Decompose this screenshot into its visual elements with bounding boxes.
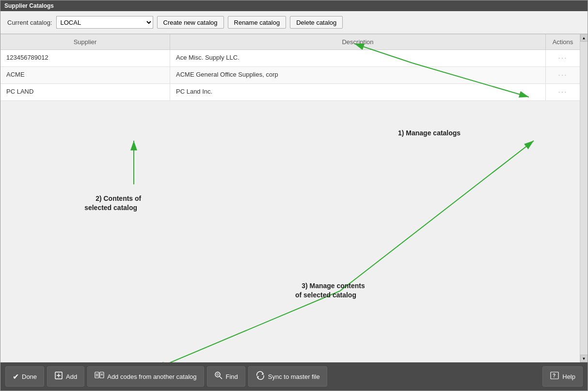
table-row: PC LAND PC Land Inc. ··· xyxy=(0,84,580,101)
help-button[interactable]: ? Help xyxy=(542,366,583,387)
add-codes-icon xyxy=(95,371,104,382)
actions-cell: ··· xyxy=(546,84,580,100)
table-body: 123456789012 Ace Misc. Supply LLC. ··· A… xyxy=(0,50,580,362)
header-description: Description xyxy=(170,34,546,49)
sync-button[interactable]: Sync to master file xyxy=(248,366,327,387)
description-cell: ACME General Office Supplies, corp xyxy=(170,67,546,83)
help-icon: ? xyxy=(550,371,559,382)
header-actions: Actions xyxy=(546,34,580,49)
scrollbar: ▲ ▼ xyxy=(580,34,588,362)
current-catalog-label: Current catalog: xyxy=(7,19,52,26)
svg-point-16 xyxy=(215,372,220,377)
svg-text:?: ? xyxy=(553,373,556,378)
actions-menu-button[interactable]: ··· xyxy=(558,54,567,63)
add-button[interactable]: Add xyxy=(47,366,84,387)
description-cell: PC Land Inc. xyxy=(170,84,546,100)
sync-icon xyxy=(255,371,265,382)
actions-menu-button[interactable]: ··· xyxy=(558,71,567,80)
done-icon: ✔ xyxy=(13,372,19,381)
find-icon xyxy=(214,371,223,382)
table-container: Supplier Description Actions 12345678901… xyxy=(0,34,580,362)
table-row: ACME ACME General Office Supplies, corp … xyxy=(0,67,580,84)
supplier-cell: 123456789012 xyxy=(0,50,170,66)
svg-point-18 xyxy=(217,374,219,375)
actions-cell: ··· xyxy=(546,67,580,83)
window-title: Supplier Catalogs xyxy=(4,2,54,9)
scroll-up-button[interactable]: ▲ xyxy=(580,34,588,42)
supplier-catalogs-window: Supplier Catalogs Current catalog: LOCAL… xyxy=(0,0,588,391)
toolbar: Current catalog: LOCAL ACME PC LAND Crea… xyxy=(0,11,588,34)
rename-catalog-button[interactable]: Rename catalog xyxy=(228,16,286,29)
content-area: Supplier Description Actions 12345678901… xyxy=(0,34,588,362)
find-button[interactable]: Find xyxy=(207,366,245,387)
catalog-select[interactable]: LOCAL ACME PC LAND xyxy=(56,16,153,29)
actions-cell: ··· xyxy=(546,50,580,66)
actions-menu-button[interactable]: ··· xyxy=(558,88,567,97)
done-button[interactable]: ✔ Done xyxy=(5,366,44,387)
add-codes-button[interactable]: Add codes from another catalog xyxy=(87,366,204,387)
scroll-down-button[interactable]: ▼ xyxy=(580,355,588,362)
bottom-bar: ✔ Done Add xyxy=(0,362,588,391)
add-icon xyxy=(54,371,63,382)
delete-catalog-button[interactable]: Delete catalog xyxy=(290,16,343,29)
create-catalog-button[interactable]: Create new catalog xyxy=(157,16,224,29)
header-supplier: Supplier xyxy=(0,34,170,49)
table-header: Supplier Description Actions xyxy=(0,34,580,50)
description-cell: Ace Misc. Supply LLC. xyxy=(170,50,546,66)
supplier-cell: ACME xyxy=(0,67,170,83)
supplier-cell: PC LAND xyxy=(0,84,170,100)
svg-line-17 xyxy=(220,376,222,379)
title-bar: Supplier Catalogs xyxy=(0,0,588,11)
table-row: 123456789012 Ace Misc. Supply LLC. ··· xyxy=(0,50,580,67)
